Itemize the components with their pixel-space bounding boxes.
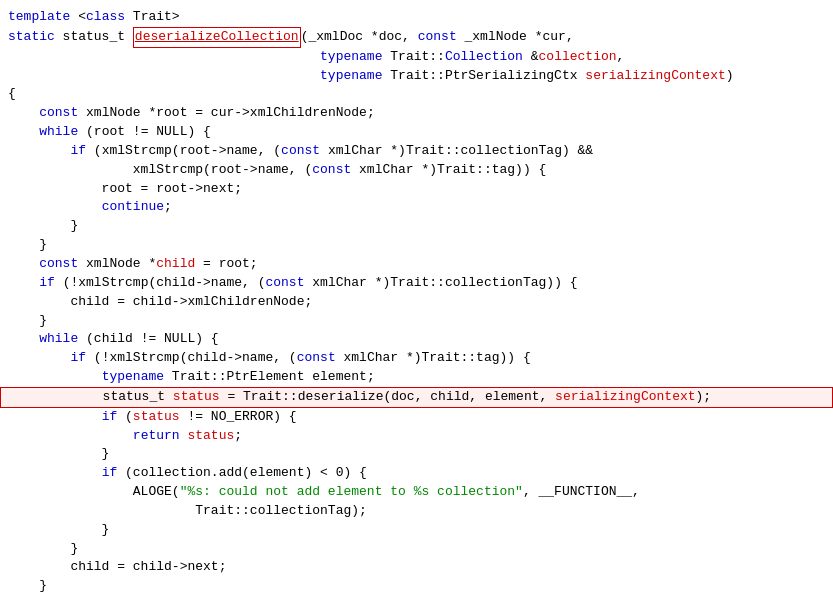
- code-line-10: root = root->next;: [0, 180, 833, 199]
- code-line-17: }: [0, 312, 833, 331]
- code-line-22: if (status != NO_ERROR) {: [0, 408, 833, 427]
- code-line-7: while (root != NULL) {: [0, 123, 833, 142]
- code-line-30: child = child->next;: [0, 558, 833, 577]
- code-line-31: }: [0, 577, 833, 596]
- code-line-5: {: [0, 85, 833, 104]
- code-line-12: }: [0, 217, 833, 236]
- code-line-1: template <class Trait>: [0, 8, 833, 27]
- code-line-27: Trait::collectionTag);: [0, 502, 833, 521]
- code-line-29: }: [0, 540, 833, 559]
- code-line-25: if (collection.add(element) < 0) {: [0, 464, 833, 483]
- code-line-24: }: [0, 445, 833, 464]
- code-line-6: const xmlNode *root = cur->xmlChildrenNo…: [0, 104, 833, 123]
- code-line-16: child = child->xmlChildrenNode;: [0, 293, 833, 312]
- function-highlight-box: deserializeCollection: [133, 27, 301, 48]
- code-line-13: }: [0, 236, 833, 255]
- code-line-2: static status_t deserializeCollection(_x…: [0, 27, 833, 48]
- code-line-18: while (child != NULL) {: [0, 330, 833, 349]
- code-line-8: if (xmlStrcmp(root->name, (const xmlChar…: [0, 142, 833, 161]
- code-line-20: typename Trait::PtrElement element;: [0, 368, 833, 387]
- code-line-19: if (!xmlStrcmp(child->name, (const xmlCh…: [0, 349, 833, 368]
- code-line-21: status_t status = Trait::deserialize(doc…: [0, 387, 833, 408]
- code-line-11: continue;: [0, 198, 833, 217]
- code-line-15: if (!xmlStrcmp(child->name, (const xmlCh…: [0, 274, 833, 293]
- code-line-14: const xmlNode *child = root;: [0, 255, 833, 274]
- code-line-9: xmlStrcmp(root->name, (const xmlChar *)T…: [0, 161, 833, 180]
- code-line-28: }: [0, 521, 833, 540]
- code-line-26: ALOGE("%s: could not add element to %s c…: [0, 483, 833, 502]
- code-line-3: typename Trait::Collection &collection,: [0, 48, 833, 67]
- code-container: template <class Trait> static status_t d…: [0, 0, 833, 596]
- code-line-23: return status;: [0, 427, 833, 446]
- code-line-4: typename Trait::PtrSerializingCtx serial…: [0, 67, 833, 86]
